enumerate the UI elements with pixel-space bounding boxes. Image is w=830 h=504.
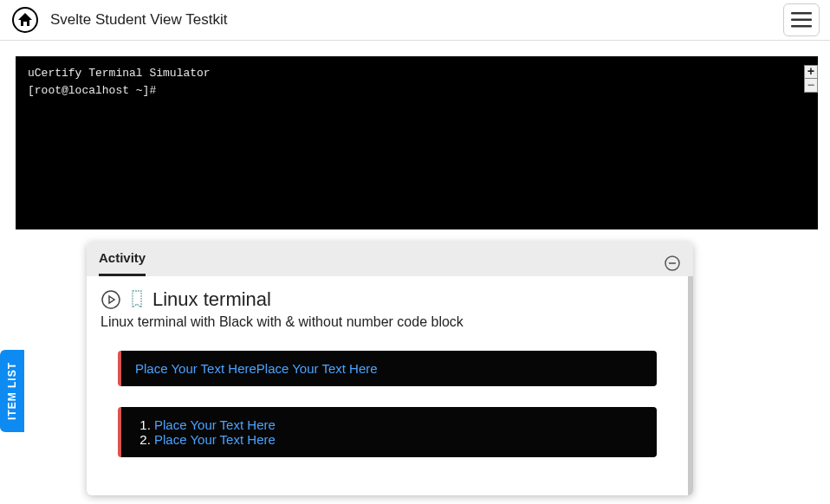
activity-header: Activity <box>87 242 693 276</box>
terminal-container: uCertify Terminal Simulator [root@localh… <box>16 56 818 229</box>
hamburger-menu-button[interactable] <box>783 3 820 36</box>
code-list: Place Your Text Here Place Your Text Her… <box>154 417 643 447</box>
code-text: Place Your Text Here <box>154 417 276 432</box>
svg-point-6 <box>102 291 120 308</box>
zoom-in-button[interactable]: + <box>804 65 818 79</box>
activity-body: Linux terminal Linux terminal with Black… <box>87 276 693 495</box>
tab-activity[interactable]: Activity <box>99 250 146 276</box>
svg-rect-3 <box>791 25 812 28</box>
activity-card: Activity Linux terminal Linux termi <box>87 242 693 495</box>
activity-title: Linux terminal <box>152 288 271 311</box>
hamburger-icon <box>791 12 812 28</box>
activity-title-row: Linux terminal <box>101 288 674 311</box>
item-list-tab[interactable]: ITEM LIST <box>0 350 24 432</box>
app-title: Svelte Student View Testkit <box>50 11 227 29</box>
zoom-out-button[interactable]: − <box>804 79 818 93</box>
code-text: Place Your Text Here <box>154 432 276 447</box>
home-icon[interactable] <box>10 5 40 35</box>
bookmark-icon[interactable] <box>130 289 144 310</box>
minus-circle-icon <box>665 255 680 271</box>
code-block-numbered: Place Your Text Here Place Your Text Her… <box>118 407 657 457</box>
collapse-button[interactable] <box>664 255 681 272</box>
activity-subtitle: Linux terminal with Black with & without… <box>101 314 674 330</box>
terminal-zoom-controls: + − <box>804 65 818 93</box>
code-block-plain: Place Your Text HerePlace Your Text Here <box>118 351 657 386</box>
list-item: Place Your Text Here <box>154 432 643 447</box>
svg-rect-5 <box>669 262 676 264</box>
list-item: Place Your Text Here <box>154 417 643 432</box>
terminal[interactable]: uCertify Terminal Simulator [root@localh… <box>16 56 818 229</box>
header-left: Svelte Student View Testkit <box>10 5 227 35</box>
svg-rect-1 <box>791 12 812 15</box>
terminal-line: uCertify Terminal Simulator <box>28 65 806 82</box>
play-icon[interactable] <box>101 289 121 310</box>
terminal-prompt: [root@localhost ~]# <box>28 82 806 100</box>
svg-rect-2 <box>791 19 812 22</box>
code-text: Place Your Text HerePlace Your Text Here <box>135 361 378 376</box>
app-header: Svelte Student View Testkit <box>0 0 830 41</box>
